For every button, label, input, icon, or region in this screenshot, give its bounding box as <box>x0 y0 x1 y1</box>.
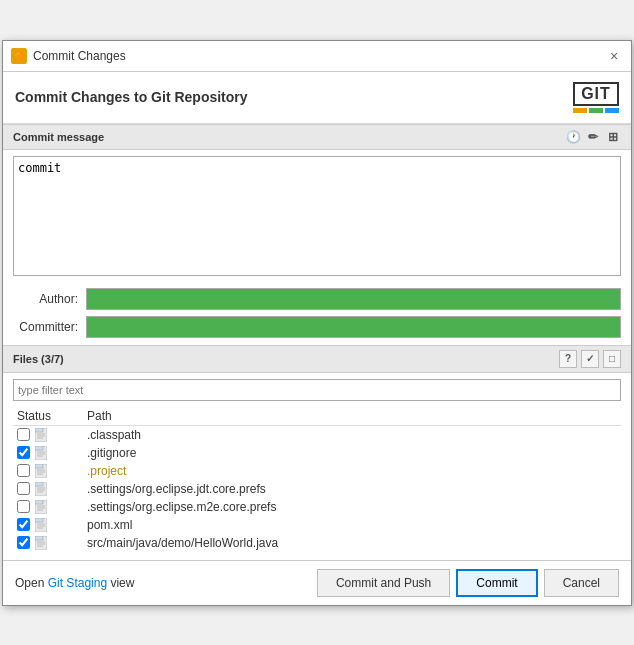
grid-icon[interactable]: ⊞ <box>605 129 621 145</box>
file-checkbox[interactable] <box>17 536 30 549</box>
table-row: .gitignore <box>13 444 621 462</box>
svg-rect-16 <box>35 482 43 486</box>
table-row: .settings/org.eclipse.jdt.core.prefs <box>13 480 621 498</box>
file-type-icon <box>34 518 48 532</box>
files-section: Files (3/7) ? ✓ □ Status Path .classpath… <box>3 345 631 552</box>
table-row: .classpath <box>13 425 621 444</box>
git-logo: GIT <box>573 82 619 113</box>
commit-message-area: commit <box>3 150 631 285</box>
title-bar-left: 🔶 Commit Changes <box>11 48 126 64</box>
commit-message-section-header: Commit message 🕐 ✏ ⊞ <box>3 124 631 150</box>
file-checkbox[interactable] <box>17 446 30 459</box>
file-path: src/main/java/demo/HelloWorld.java <box>87 536 278 550</box>
committer-label: Committer: <box>13 320 78 334</box>
footer-section: Open Git Staging view Commit and Push Co… <box>3 560 631 605</box>
file-checkbox[interactable] <box>17 518 30 531</box>
col-path: Path <box>83 407 621 426</box>
committer-input[interactable] <box>86 316 621 338</box>
file-path: pom.xml <box>87 518 132 532</box>
window-header: Commit Changes to Git Repository GIT <box>3 72 631 124</box>
file-type-icon <box>34 500 48 514</box>
open-label: Open <box>15 576 44 590</box>
cancel-button[interactable]: Cancel <box>544 569 619 597</box>
view-label: view <box>110 576 134 590</box>
table-row: .settings/org.eclipse.m2e.core.prefs <box>13 498 621 516</box>
files-section-header: Files (3/7) ? ✓ □ <box>3 345 631 373</box>
author-label: Author: <box>13 292 78 306</box>
file-type-icon <box>34 464 48 478</box>
footer-buttons: Commit and Push Commit Cancel <box>317 569 619 597</box>
commit-message-label: Commit message <box>13 131 104 143</box>
file-path: .project <box>87 464 126 478</box>
col-status: Status <box>13 407 83 426</box>
file-path: .settings/org.eclipse.m2e.core.prefs <box>87 500 276 514</box>
footer-left: Open Git Staging view <box>15 576 134 590</box>
file-checkbox[interactable] <box>17 482 30 495</box>
commit-button[interactable]: Commit <box>456 569 537 597</box>
files-help-icon[interactable]: ? <box>559 350 577 368</box>
git-bar-red <box>573 108 587 113</box>
file-path: .settings/org.eclipse.jdt.core.prefs <box>87 482 266 496</box>
svg-rect-21 <box>35 500 43 504</box>
history-icon[interactable]: 🕐 <box>565 129 581 145</box>
git-bar-green <box>589 108 603 113</box>
author-row: Author: <box>3 285 631 313</box>
svg-rect-26 <box>35 518 43 522</box>
svg-rect-1 <box>35 428 43 432</box>
file-type-icon <box>34 482 48 496</box>
file-path: .gitignore <box>87 446 136 460</box>
git-logo-text: GIT <box>573 82 619 106</box>
table-row: .project <box>13 462 621 480</box>
author-input[interactable] <box>86 288 621 310</box>
files-check-icon[interactable]: ✓ <box>581 350 599 368</box>
commit-message-icons: 🕐 ✏ ⊞ <box>565 129 621 145</box>
commit-and-push-button[interactable]: Commit and Push <box>317 569 450 597</box>
window-title: Commit Changes <box>33 49 126 63</box>
git-bar-blue <box>605 108 619 113</box>
committer-row: Committer: <box>3 313 631 341</box>
file-checkbox[interactable] <box>17 428 30 441</box>
file-type-icon <box>34 536 48 550</box>
svg-rect-6 <box>35 446 43 450</box>
title-bar: 🔶 Commit Changes × <box>3 41 631 72</box>
files-table-header: Status Path <box>13 407 621 426</box>
file-checkbox[interactable] <box>17 464 30 477</box>
file-path: .classpath <box>87 428 141 442</box>
edit-icon[interactable]: ✏ <box>585 129 601 145</box>
files-uncheck-icon[interactable]: □ <box>603 350 621 368</box>
file-type-icon <box>34 428 48 442</box>
file-type-icon <box>34 446 48 460</box>
table-row: pom.xml <box>13 516 621 534</box>
file-checkbox[interactable] <box>17 500 30 513</box>
commit-message-input[interactable]: commit <box>13 156 621 276</box>
git-logo-bar <box>573 108 619 113</box>
svg-rect-11 <box>35 464 43 468</box>
close-button[interactable]: × <box>605 47 623 65</box>
files-filter-input[interactable] <box>13 379 621 401</box>
git-staging-link[interactable]: Git Staging <box>48 576 107 590</box>
main-window: 🔶 Commit Changes × Commit Changes to Git… <box>2 40 632 606</box>
table-row: src/main/java/demo/HelloWorld.java <box>13 534 621 552</box>
svg-rect-31 <box>35 536 43 540</box>
files-section-icons: ? ✓ □ <box>559 350 621 368</box>
window-icon: 🔶 <box>11 48 27 64</box>
files-table: Status Path .classpath.gitignore.project… <box>13 407 621 552</box>
window-header-title: Commit Changes to Git Repository <box>15 89 248 105</box>
files-section-label: Files (3/7) <box>13 353 64 365</box>
